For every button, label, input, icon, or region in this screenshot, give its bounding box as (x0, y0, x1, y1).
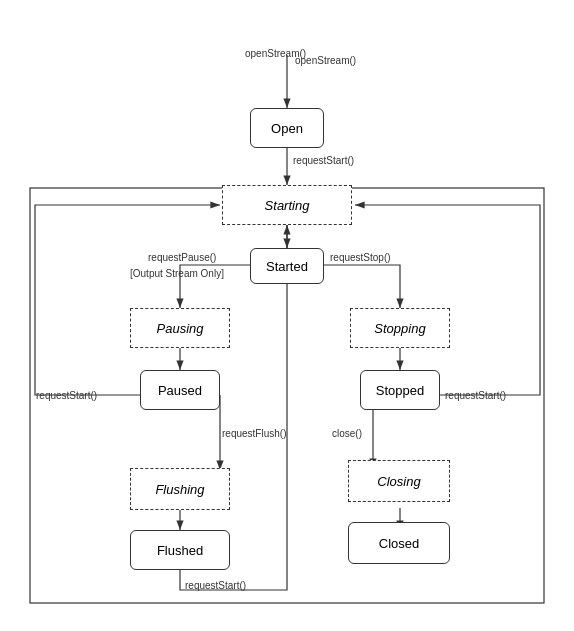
label-requeststart-stopped: requestStart() (445, 390, 506, 401)
label-requeststart-paused: requestStart() (36, 390, 97, 401)
state-flushed: Flushed (130, 530, 230, 570)
label-close: close() (332, 428, 362, 439)
state-stopping: Stopping (350, 308, 450, 348)
label-openstream-text: openStream() (245, 48, 306, 59)
label-requeststart-open: requestStart() (293, 155, 354, 166)
state-paused: Paused (140, 370, 220, 410)
state-started: Started (250, 248, 324, 284)
state-flushing: Flushing (130, 468, 230, 510)
label-requeststart-flushed: requestStart() (185, 580, 246, 591)
state-open: Open (250, 108, 324, 148)
state-closing: Closing (348, 460, 450, 502)
arrows-overlay (0, 0, 574, 631)
label-requestpause: requestPause() (148, 252, 216, 263)
state-stopped: Stopped (360, 370, 440, 410)
state-closed: Closed (348, 522, 450, 564)
state-diagram: openStream() openStream() requestStart()… (0, 0, 574, 631)
label-outputstreamonly: [Output Stream Only] (130, 268, 224, 279)
label-requeststop: requestStop() (330, 252, 391, 263)
state-pausing: Pausing (130, 308, 230, 348)
label-requestflush: requestFlush() (222, 428, 286, 439)
state-starting: Starting (222, 185, 352, 225)
